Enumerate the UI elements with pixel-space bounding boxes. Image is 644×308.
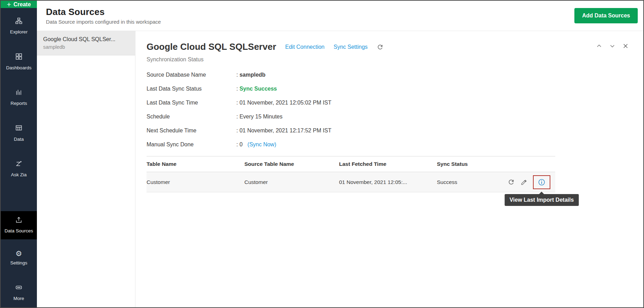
view-last-import-tooltip: View Last Import Details [505, 194, 579, 206]
edit-connection-link[interactable]: Edit Connection [285, 44, 324, 50]
column-header: Source Table Name [244, 161, 339, 167]
plus-icon: + [7, 1, 11, 8]
field-schedule: Schedule Every 15 Minutes [147, 113, 629, 121]
detail-header-icons [596, 43, 629, 49]
chevron-down-icon[interactable] [609, 43, 615, 49]
reports-icon [15, 88, 23, 98]
sync-now-link[interactable]: (Sync Now) [248, 141, 276, 147]
sidebar-nav: Explorer Dashboards Reports Data [1, 8, 37, 307]
field-value: sampledb [239, 72, 266, 78]
sync-success-status: Sync Success [239, 86, 277, 92]
page-header-text: Data Sources Data Source imports configu… [46, 7, 161, 25]
source-database-name: sampledb [43, 44, 129, 50]
data-icon [15, 124, 23, 133]
source-name: Google Cloud SQL SQLSer... [43, 36, 129, 43]
field-next-schedule-time: Next Schedule Time 01 November, 2021 12:… [147, 127, 629, 134]
column-header: Table Name [147, 161, 244, 167]
table-row: Customer Customer 01 November, 2021 12:0… [147, 172, 555, 192]
main-column: Data Sources Data Source imports configu… [37, 1, 643, 307]
sidebar-item-label: Reports [10, 100, 27, 107]
sidebar-item-label: Explorer [10, 29, 28, 35]
sidebar-item-label: Ask Zia [11, 172, 26, 178]
sidebar-item-more[interactable]: More [1, 280, 37, 305]
create-button-label: Create [14, 1, 31, 8]
sidebar-item-ask-zia[interactable]: Ask Zia [1, 156, 37, 182]
tables-sync-table: Table Name Source Table Name Last Fetche… [147, 156, 555, 192]
field-value: Every 15 Minutes [239, 114, 283, 120]
field-last-data-sync-status: Last Data Sync Status Sync Success [147, 85, 629, 93]
field-value: 0 [239, 141, 243, 147]
refresh-icon[interactable] [377, 44, 384, 51]
table-header-row: Table Name Source Table Name Last Fetche… [147, 156, 555, 172]
sync-status-section-title: Synchronization Status [147, 56, 629, 63]
sidebar-item-data[interactable]: Data [1, 121, 37, 146]
source-list-item[interactable]: Google Cloud SQL SQLSer... sampledb [37, 31, 135, 55]
field-source-database-name: Source Database Name sampledb [147, 71, 629, 79]
row-actions: View Last Import Details [503, 175, 555, 189]
data-sources-icon [15, 216, 23, 225]
cell-last-fetched-time: 01 November, 2021 12:05:... [339, 179, 437, 185]
sidebar-item-label: More [14, 295, 24, 302]
info-icon[interactable] [538, 178, 545, 186]
sidebar-item-reports[interactable]: Reports [1, 85, 37, 110]
page-header: Data Sources Data Source imports configu… [37, 1, 643, 31]
content-row: Google Cloud SQL SQLSer... sampledb Goog… [37, 31, 643, 307]
last-import-highlight-box: View Last Import Details [533, 175, 550, 189]
detail-title: Google Cloud SQL SQLServer [147, 41, 276, 52]
explorer-icon [15, 17, 23, 26]
sidebar-item-dashboards[interactable]: Dashboards [1, 49, 37, 74]
field-manual-sync-done: Manual Sync Done 0(Sync Now) [147, 141, 629, 148]
sidebar-item-explorer[interactable]: Explorer [1, 14, 37, 39]
chevron-up-icon[interactable] [596, 43, 602, 49]
column-header: Sync Status [437, 161, 503, 167]
close-icon[interactable] [622, 43, 629, 49]
create-button[interactable]: + Create [1, 1, 37, 8]
detail-title-row: Google Cloud SQL SQLServer Edit Connecti… [147, 41, 629, 52]
ask-zia-icon [15, 160, 23, 169]
field-value: 01 November, 2021 12:17:52 PM IST [239, 128, 331, 133]
sidebar-item-label: Data [14, 136, 24, 143]
sync-status-fields: Source Database Name sampledb Last Data … [147, 71, 629, 148]
cell-table-name: Customer [147, 179, 244, 185]
app-window: + Create Explorer Dashboards Report [0, 0, 644, 308]
cell-source-table-name: Customer [244, 179, 339, 185]
field-last-data-sync-time: Last Data Sync Time 01 November, 2021 12… [147, 99, 629, 107]
add-data-sources-button[interactable]: Add Data Sources [574, 8, 638, 23]
dashboards-icon [15, 53, 23, 62]
page-title: Data Sources [46, 7, 161, 17]
sync-settings-link[interactable]: Sync Settings [333, 44, 368, 50]
row-sync-refresh-icon[interactable] [508, 178, 515, 186]
sidebar-item-label: Dashboards [6, 65, 32, 71]
cell-sync-status: Success [437, 179, 503, 185]
column-header: Last Fetched Time [339, 161, 437, 167]
detail-panel: Google Cloud SQL SQLServer Edit Connecti… [135, 31, 643, 307]
edit-pencil-icon[interactable] [520, 179, 527, 186]
sidebar: + Create Explorer Dashboards Report [1, 1, 37, 307]
more-icon [15, 284, 23, 293]
sidebar-item-label: Settings [10, 260, 28, 266]
sidebar-item-data-sources[interactable]: Data Sources [1, 211, 37, 239]
settings-gear-icon: ⚙ [16, 250, 22, 257]
page-subtitle: Data Source imports configured in this w… [46, 19, 161, 25]
sidebar-item-settings[interactable]: ⚙ Settings [1, 246, 37, 270]
sidebar-item-label: Data Sources [5, 228, 33, 234]
source-list-panel: Google Cloud SQL SQLSer... sampledb [37, 31, 135, 307]
field-value: 01 November, 2021 12:05:02 PM IST [239, 100, 331, 106]
